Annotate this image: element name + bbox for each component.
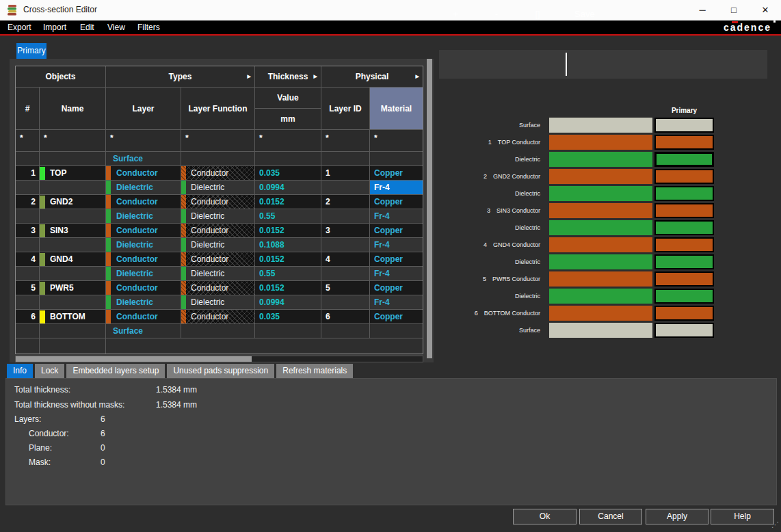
stackup-primary-bar-dielectric[interactable]: [654, 220, 714, 235]
menu-import[interactable]: Import: [43, 21, 66, 34]
stackup-bar-conductor[interactable]: [549, 135, 652, 150]
stackup-primary-bar-surface[interactable]: [654, 118, 714, 133]
filter-num[interactable]: *: [16, 130, 40, 151]
material-cell[interactable]: Fr-4: [370, 267, 423, 280]
thickness-value[interactable]: 0.035: [255, 166, 321, 180]
table-row-conductor[interactable]: 4 GND4 Conductor Conductor 0.0152 4 Copp…: [16, 252, 423, 267]
thickness-value[interactable]: 0.0152: [255, 224, 321, 237]
thickness-value[interactable]: 0.55: [255, 209, 321, 223]
thickness-value[interactable]: 0.1088: [255, 238, 321, 252]
stackup-bar-dielectric[interactable]: [549, 289, 652, 304]
tab-lock[interactable]: Lock: [35, 364, 64, 378]
col-header-mm[interactable]: mm: [255, 109, 321, 129]
stackup-primary-bar-dielectric-selected[interactable]: [654, 152, 714, 167]
table-row-conductor[interactable]: 2 GND2 Conductor Conductor 0.0152 2 Copp…: [16, 195, 423, 209]
stackup-bar-conductor[interactable]: [549, 169, 652, 184]
table-row-dielectric[interactable]: Dielectric Dielectric 0.0994 Fr-4: [16, 295, 423, 310]
tab-unused-pads-suppression[interactable]: Unused pads suppression: [167, 364, 274, 378]
save-button[interactable]: Save: [574, 0, 615, 29]
thickness-value[interactable]: 0.0152: [255, 195, 321, 209]
stackup-bar-dielectric[interactable]: [549, 152, 652, 167]
thickness-value[interactable]: 0.0994: [255, 295, 321, 309]
maximize-button-icon[interactable]: □: [718, 0, 750, 21]
stackup-primary-bar-dielectric[interactable]: [654, 289, 714, 304]
stackup-bar-dielectric[interactable]: [549, 220, 652, 235]
material-cell[interactable]: Fr-4: [370, 295, 423, 309]
material-cell[interactable]: Copper: [370, 166, 423, 180]
stackup-bar-conductor[interactable]: [549, 306, 652, 321]
stackup-bar-conductor[interactable]: [549, 271, 652, 287]
menu-filters[interactable]: Filters: [137, 21, 160, 34]
stackup-primary-bar-dielectric[interactable]: [654, 254, 714, 269]
col-header-layer[interactable]: Layer: [106, 88, 181, 129]
table-vertical-scrollbar[interactable]: [427, 59, 432, 358]
table-row-surface[interactable]: Surface: [16, 324, 423, 338]
table-row-dielectric[interactable]: Dielectric Dielectric 0.55 Fr-4: [16, 209, 423, 224]
stackup-bar-dielectric[interactable]: [549, 186, 652, 201]
tab-info[interactable]: Info: [7, 364, 33, 378]
table-row-conductor[interactable]: 6 BOTTOM Conductor Conductor 0.035 6 Cop…: [16, 310, 423, 324]
thickness-value[interactable]: 0.035: [255, 310, 321, 323]
close-button-icon[interactable]: ✕: [750, 0, 781, 21]
stackup-primary-bar-surface[interactable]: [654, 323, 714, 338]
filter-layer-function[interactable]: *: [181, 130, 255, 151]
stackup-primary-bar-conductor[interactable]: [654, 169, 714, 184]
filter-value[interactable]: *: [255, 130, 321, 151]
filter-name[interactable]: *: [40, 130, 106, 151]
table-row-conductor[interactable]: 1 TOP Conductor Conductor 0.035 1 Copper: [16, 166, 423, 181]
help-button[interactable]: Help: [711, 509, 774, 524]
material-cell-selected[interactable]: Fr-4: [370, 181, 423, 194]
col-group-types[interactable]: Types▶: [106, 66, 255, 87]
col-header-name[interactable]: Name: [40, 88, 106, 129]
expand-arrow-icon[interactable]: ▶: [314, 74, 317, 79]
minimize-button-icon[interactable]: ─: [687, 0, 718, 21]
thickness-value[interactable]: 0.0152: [255, 281, 321, 295]
col-header-value[interactable]: Value: [255, 88, 321, 109]
col-header-material[interactable]: Material: [370, 88, 423, 129]
stackup-primary-bar-conductor[interactable]: [654, 237, 714, 252]
material-cell[interactable]: Copper: [370, 252, 423, 266]
material-cell[interactable]: Fr-4: [370, 209, 423, 223]
menu-view[interactable]: View: [107, 21, 125, 34]
col-header-num[interactable]: #: [16, 88, 40, 129]
stackup-bar-conductor[interactable]: [549, 203, 652, 218]
thickness-value[interactable]: 0.0152: [255, 252, 321, 266]
material-cell[interactable]: Fr-4: [370, 238, 423, 252]
col-group-physical[interactable]: Physical▶: [321, 66, 423, 87]
scrollbar-thumb[interactable]: [16, 356, 252, 362]
stackup-primary-bar-conductor[interactable]: [654, 135, 714, 150]
thickness-value[interactable]: 0.0994: [255, 181, 321, 194]
material-cell[interactable]: Copper: [370, 310, 423, 323]
stackup-primary-bar-dielectric[interactable]: [654, 186, 714, 201]
col-group-thickness[interactable]: Thickness▶: [255, 66, 321, 87]
add-layer-button[interactable]: +: [442, 0, 469, 29]
thickness-value[interactable]: 0.55: [255, 267, 321, 280]
resize-grip[interactable]: ⋰: [771, 521, 780, 529]
table-horizontal-scrollbar[interactable]: [15, 356, 423, 362]
ok-button[interactable]: Ok: [513, 509, 577, 524]
material-cell[interactable]: Copper: [370, 281, 423, 295]
stackup-bar-dielectric[interactable]: [549, 254, 652, 269]
col-header-layer-id[interactable]: Layer ID: [321, 88, 370, 129]
expand-arrow-icon[interactable]: ▶: [416, 74, 419, 79]
cancel-button[interactable]: Cancel: [579, 509, 642, 524]
tab-primary[interactable]: Primary: [16, 43, 47, 59]
stackup-primary-bar-conductor[interactable]: [654, 271, 714, 287]
brackets-button[interactable]: []: [524, 0, 551, 29]
stackup-bar-surface[interactable]: [549, 118, 652, 133]
stackup-primary-bar-conductor[interactable]: [654, 306, 714, 321]
stackup-primary-bar-conductor[interactable]: [654, 203, 714, 218]
expand-arrow-icon[interactable]: ▶: [248, 74, 251, 79]
menu-edit[interactable]: Edit: [80, 21, 94, 34]
tab-embedded-layers-setup[interactable]: Embedded layers setup: [66, 364, 165, 378]
table-row-dielectric[interactable]: Dielectric Dielectric 0.0994 Fr-4: [16, 181, 423, 195]
apply-button[interactable]: Apply: [646, 509, 709, 524]
table-row-dielectric[interactable]: Dielectric Dielectric 0.1088 Fr-4: [16, 238, 423, 252]
filter-layer-id[interactable]: *: [321, 130, 370, 151]
stackup-bar-surface[interactable]: [549, 323, 652, 338]
menu-export[interactable]: Export: [8, 21, 31, 34]
material-cell[interactable]: Copper: [370, 195, 423, 209]
col-group-objects[interactable]: Objects: [16, 66, 106, 87]
table-row-conductor[interactable]: 5 PWR5 Conductor Conductor 0.0152 5 Copp…: [16, 281, 423, 295]
filter-material[interactable]: *: [370, 130, 423, 151]
